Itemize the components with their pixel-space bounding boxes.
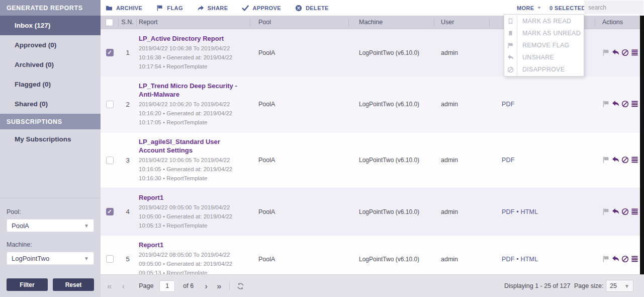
sidebar-sections: GENERATED REPORTSInbox (127)Approved (0)…: [0, 0, 101, 149]
user-cell: admin: [434, 49, 490, 56]
report-meta: 2019/04/22 08:05:00 To 2019/04/22 09:05:…: [139, 250, 245, 274]
menu-item-label: DISAPPROVE: [517, 63, 565, 76]
pool-select[interactable]: PoolA ▼: [7, 219, 94, 232]
reply-action-button[interactable]: [612, 208, 620, 216]
row-checkbox[interactable]: [106, 255, 114, 263]
menu-item-icon-cell: [504, 39, 517, 51]
reply-icon: [612, 100, 619, 108]
menu-item-disapprove[interactable]: DISAPPROVE: [504, 63, 584, 76]
next-page-button[interactable]: ›: [205, 282, 208, 290]
list-action-button[interactable]: [631, 49, 639, 57]
ban-action-button[interactable]: [621, 208, 629, 216]
ban-icon: [621, 49, 629, 56]
pool-select-value: PoolA: [12, 222, 29, 230]
ban-icon: [621, 156, 629, 164]
main-panel: ARCHIVEFLAGSHAREAPPROVEDELETE MORE 0 SEL…: [101, 0, 644, 297]
reply-action-button[interactable]: [612, 49, 620, 57]
list-action-button[interactable]: [631, 100, 639, 108]
vertical-scrollbar[interactable]: [640, 16, 644, 274]
delete-icon: [295, 5, 302, 12]
ban-action-button[interactable]: [621, 156, 629, 164]
toolbar: ARCHIVEFLAGSHAREAPPROVEDELETE MORE 0 SEL…: [101, 0, 644, 16]
ban-icon: [621, 255, 629, 263]
report-title-link[interactable]: LP_Trend Micro Deep Security - Anti-Malw…: [139, 82, 245, 99]
select-all-checkbox[interactable]: [106, 19, 113, 26]
row-checkbox[interactable]: ✓: [106, 49, 114, 56]
pool-cell: PoolA: [250, 49, 349, 56]
row-checkbox[interactable]: ✓: [106, 208, 114, 215]
column-header-user[interactable]: User: [434, 18, 490, 27]
list-action-button[interactable]: [631, 156, 639, 164]
more-button[interactable]: MORE: [517, 0, 541, 16]
list-icon: [631, 100, 638, 108]
sidebar-item-inbox-127[interactable]: Inbox (127): [0, 16, 101, 35]
reply-icon: [612, 49, 619, 56]
reply-action-button[interactable]: [612, 156, 620, 164]
toolbar-buttons: ARCHIVEFLAGSHAREAPPROVEDELETE: [106, 0, 329, 16]
list-action-button[interactable]: [631, 208, 639, 216]
report-meta: 2019/04/22 10:06:05 To 2019/04/22 10:16:…: [139, 156, 245, 183]
last-page-button[interactable]: »: [217, 282, 221, 290]
report-title-link[interactable]: Report1: [139, 193, 245, 202]
first-page-button[interactable]: «: [107, 282, 112, 290]
page-number-input[interactable]: [159, 280, 175, 292]
column-header-machine[interactable]: Machine: [349, 18, 434, 27]
user-cell: admin: [434, 208, 490, 215]
folder-icon: [106, 5, 113, 12]
ban-action-button[interactable]: [621, 255, 629, 263]
menu-item-unshare[interactable]: UNSHARE: [504, 51, 584, 63]
flag-icon: [602, 156, 610, 164]
column-header-pool[interactable]: Pool: [250, 18, 349, 27]
toolbar-button-archive[interactable]: ARCHIVE: [106, 5, 142, 12]
menu-item-icon-cell: [504, 15, 517, 27]
list-action-button[interactable]: [631, 255, 639, 263]
toolbar-button-flag[interactable]: FLAG: [156, 5, 183, 12]
sidebar-item-archived-0[interactable]: Archived (0): [0, 55, 101, 75]
report-title-link[interactable]: Report1: [139, 241, 245, 249]
sidebar-item-flagged-0[interactable]: Flagged (0): [0, 75, 101, 94]
flag-action-button[interactable]: [602, 255, 610, 263]
flag-action-button[interactable]: [602, 208, 610, 216]
toolbar-button-share[interactable]: SHARE: [197, 5, 228, 12]
reply-action-button[interactable]: [612, 100, 620, 108]
sidebar-item-approved-0[interactable]: Approved (0): [0, 35, 101, 55]
sidebar-filter-panel: Pool: PoolA ▼ Machine: LogPointTwo ▼ Fil…: [0, 198, 101, 297]
reset-button[interactable]: Reset: [53, 278, 94, 291]
footer-bar: « ‹ Page of 6 › » Displaying 1 - 25 of 1…: [101, 274, 644, 297]
row-serial-number: 4: [119, 208, 137, 215]
flag-action-button[interactable]: [602, 156, 610, 164]
column-header-report[interactable]: Report: [137, 18, 250, 27]
menu-item-remove-flag[interactable]: REMOVE FLAG: [504, 39, 584, 51]
flag-icon: [602, 208, 610, 215]
previous-page-button[interactable]: ‹: [122, 282, 125, 290]
ban-action-button[interactable]: [621, 49, 629, 57]
menu-item-mark-as-read[interactable]: MARK AS READ: [504, 15, 584, 27]
reply-action-button[interactable]: [612, 255, 620, 263]
report-title-link[interactable]: LP_agileSI_Standard User Account Setting…: [139, 137, 245, 155]
menu-item-mark-as-unread[interactable]: MARK AS UNREAD: [504, 27, 584, 39]
sidebar: GENERATED REPORTSInbox (127)Approved (0)…: [0, 0, 101, 297]
sidebar-item-shared-0[interactable]: Shared (0): [0, 94, 101, 114]
report-title-link[interactable]: LP_Active Directory Report: [139, 34, 245, 43]
pool-cell: PoolA: [250, 208, 349, 215]
search-input[interactable]: [584, 1, 643, 14]
sidebar-item-my-subscriptions[interactable]: My Subscriptions: [0, 129, 101, 149]
toolbar-button-label: SHARE: [208, 5, 228, 11]
bookmark-outline-icon: [507, 18, 514, 25]
flag-action-button[interactable]: [602, 49, 610, 57]
sidebar-section-header: GENERATED REPORTS: [0, 0, 101, 16]
ban-action-button[interactable]: [621, 100, 629, 108]
refresh-button[interactable]: [237, 282, 244, 290]
toolbar-button-delete[interactable]: DELETE: [295, 5, 329, 12]
formats-cell: PDF • HTML: [490, 256, 595, 263]
filter-button[interactable]: Filter: [7, 278, 48, 291]
row-checkbox[interactable]: [106, 101, 114, 108]
machine-select[interactable]: LogPointTwo ▼: [7, 252, 94, 265]
column-header-sn[interactable]: S.N.: [119, 18, 137, 27]
flag-action-button[interactable]: [602, 100, 610, 108]
list-icon: [631, 255, 638, 263]
chevron-down-icon: ▼: [84, 223, 89, 229]
toolbar-button-approve[interactable]: APPROVE: [242, 5, 281, 12]
row-checkbox[interactable]: [106, 157, 114, 164]
page-size-select[interactable]: 25 ▼: [606, 280, 633, 292]
